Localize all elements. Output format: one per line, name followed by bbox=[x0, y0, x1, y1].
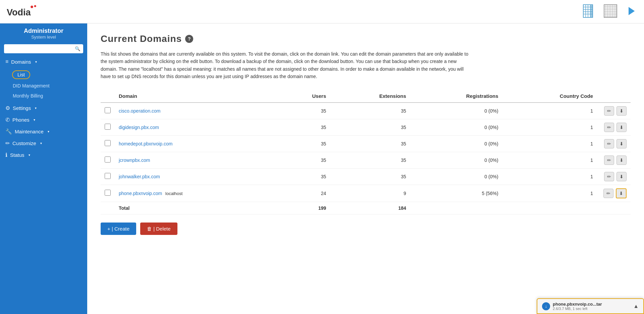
sidebar-item-customize[interactable]: ✏ Customize ▾ bbox=[0, 137, 87, 149]
total-users: 199 bbox=[280, 202, 330, 214]
table-row: phone.pbxnvoip.com localhost 24 9 5 (56%… bbox=[101, 185, 631, 202]
sidebar-item-domains[interactable]: ≡ Domains ▾ bbox=[0, 56, 87, 67]
table-row: cisco.operation.com 35 35 0 (0%) 1 ✏ ⬇ bbox=[101, 103, 631, 119]
row-checkbox-4[interactable] bbox=[105, 156, 111, 163]
sidebar-item-list[interactable]: List bbox=[12, 70, 30, 79]
bottom-actions: + | Create 🗑 | Delete bbox=[101, 223, 631, 235]
download-button-2[interactable]: ⬇ bbox=[616, 123, 627, 132]
country-code-2: 1 bbox=[502, 119, 597, 135]
sidebar-item-monthly-billing[interactable]: Monthly Billing bbox=[0, 91, 87, 101]
domain-link-5[interactable]: johnwalker.pbx.com bbox=[119, 174, 160, 179]
page-title: Current Domains bbox=[101, 34, 182, 44]
create-button[interactable]: + | Create bbox=[101, 223, 136, 235]
users-5: 35 bbox=[280, 168, 330, 185]
large-grid-view-button[interactable] bbox=[582, 4, 600, 19]
edit-button-1[interactable]: ✏ bbox=[604, 106, 614, 116]
extensions-6: 9 bbox=[330, 185, 410, 202]
help-icon[interactable]: ? bbox=[185, 35, 193, 43]
download-button-5[interactable]: ⬇ bbox=[616, 172, 627, 181]
users-3: 35 bbox=[280, 135, 330, 152]
users-4: 35 bbox=[280, 152, 330, 168]
download-filesize: 2.6/3.7 MB, 1 sec left bbox=[553, 307, 602, 311]
sidebar-item-status[interactable]: ℹ Status ▾ bbox=[0, 149, 87, 161]
logout-button[interactable] bbox=[624, 4, 637, 19]
download-bar-chevron-icon[interactable]: ▲ bbox=[633, 303, 639, 309]
download-bar: ↓ phone.pbxnvoip.co...tar 2.6/3.7 MB, 1 … bbox=[537, 298, 644, 314]
registrations-3: 0 (0%) bbox=[410, 135, 502, 152]
domains-table: Domain Users Extensions Registrations Co… bbox=[101, 90, 631, 214]
download-bar-info: phone.pbxnvoip.co...tar 2.6/3.7 MB, 1 se… bbox=[553, 302, 602, 311]
extensions-5: 35 bbox=[330, 168, 410, 185]
total-label: Total bbox=[115, 202, 280, 214]
col-actions bbox=[597, 90, 631, 103]
main-content: Current Domains ? This list shows the do… bbox=[87, 23, 644, 314]
total-extensions: 184 bbox=[330, 202, 410, 214]
row-checkbox-1[interactable] bbox=[105, 107, 111, 113]
extensions-1: 35 bbox=[330, 103, 410, 119]
edit-button-4[interactable]: ✏ bbox=[604, 155, 614, 165]
domain-link-2[interactable]: digidesign.pbx.com bbox=[119, 125, 159, 130]
registrations-6: 5 (56%) bbox=[410, 185, 502, 202]
phones-caret-icon: ▾ bbox=[34, 118, 35, 122]
row-checkbox-6[interactable] bbox=[105, 190, 111, 196]
domain-link-1[interactable]: cisco.operation.com bbox=[119, 108, 161, 114]
maintenance-caret-icon: ▾ bbox=[48, 130, 49, 133]
search-input[interactable] bbox=[4, 44, 72, 53]
row-checkbox-5[interactable] bbox=[105, 173, 111, 179]
country-code-3: 1 bbox=[502, 135, 597, 152]
sidebar: Administrator System level 🔍 ≡ Domains ▾… bbox=[0, 23, 87, 314]
small-grid-view-button[interactable] bbox=[603, 4, 621, 19]
download-button-6[interactable]: ⬇ bbox=[616, 188, 627, 198]
svg-rect-12 bbox=[604, 5, 617, 17]
domain-link-6[interactable]: phone.pbxnvoip.com bbox=[119, 191, 162, 196]
col-domain: Domain bbox=[115, 90, 280, 103]
edit-button-3[interactable]: ✏ bbox=[604, 139, 614, 148]
search-button[interactable]: 🔍 bbox=[72, 44, 83, 53]
download-button-3[interactable]: ⬇ bbox=[616, 139, 627, 148]
domains-caret-icon: ▾ bbox=[35, 60, 37, 64]
customize-caret-icon: ▾ bbox=[40, 141, 42, 145]
admin-title: Administrator bbox=[5, 27, 82, 35]
sidebar-item-status-label: Status bbox=[10, 152, 24, 158]
sidebar-item-did-management[interactable]: DID Management bbox=[0, 81, 87, 91]
svg-point-1 bbox=[34, 5, 36, 7]
settings-icon: ⚙ bbox=[5, 105, 10, 111]
edit-button-6[interactable]: ✏ bbox=[603, 189, 613, 198]
page-title-row: Current Domains ? bbox=[101, 34, 631, 44]
edit-button-2[interactable]: ✏ bbox=[604, 123, 614, 132]
col-registrations: Registrations bbox=[410, 90, 502, 103]
svg-marker-29 bbox=[629, 7, 635, 15]
registrations-5: 0 (0%) bbox=[410, 168, 502, 185]
users-2: 35 bbox=[280, 119, 330, 135]
row-checkbox-3[interactable] bbox=[105, 140, 111, 146]
sidebar-item-settings-label: Settings bbox=[13, 105, 31, 111]
settings-caret-icon: ▾ bbox=[35, 106, 37, 110]
delete-button[interactable]: 🗑 | Delete bbox=[140, 223, 177, 235]
download-button-4[interactable]: ⬇ bbox=[616, 155, 627, 165]
col-extensions: Extensions bbox=[330, 90, 410, 103]
sidebar-item-phones[interactable]: ✆ Phones ▾ bbox=[0, 114, 87, 126]
sidebar-item-maintenance-label: Maintenance bbox=[15, 129, 44, 134]
phone-icon: ✆ bbox=[5, 117, 10, 123]
download-filename: phone.pbxnvoip.co...tar bbox=[553, 302, 602, 307]
svg-text:Vodia: Vodia bbox=[7, 7, 31, 17]
sidebar-item-settings[interactable]: ⚙ Settings ▾ bbox=[0, 102, 87, 114]
edit-button-5[interactable]: ✏ bbox=[604, 172, 614, 181]
download-bar-left: ↓ phone.pbxnvoip.co...tar 2.6/3.7 MB, 1 … bbox=[542, 302, 602, 311]
domain-link-4[interactable]: jcrownpbx.com bbox=[119, 158, 150, 163]
country-code-1: 1 bbox=[502, 103, 597, 119]
extensions-3: 35 bbox=[330, 135, 410, 152]
sidebar-item-phones-label: Phones bbox=[12, 117, 30, 123]
wrench-icon: 🔧 bbox=[5, 128, 12, 135]
row-checkbox-2[interactable] bbox=[105, 124, 111, 130]
domain-link-3[interactable]: homedepot.pbxnvoip.com bbox=[119, 141, 172, 146]
toolbar-icons bbox=[582, 4, 637, 19]
table-row: digidesign.pbx.com 35 35 0 (0%) 1 ✏ ⬇ bbox=[101, 119, 631, 135]
logo: Vodia bbox=[7, 3, 47, 20]
registrations-2: 0 (0%) bbox=[410, 119, 502, 135]
download-button-1[interactable]: ⬇ bbox=[616, 106, 627, 116]
country-code-4: 1 bbox=[502, 152, 597, 168]
users-6: 24 bbox=[280, 185, 330, 202]
sidebar-item-maintenance[interactable]: 🔧 Maintenance ▾ bbox=[0, 126, 87, 137]
delete-button-label: 🗑 | Delete bbox=[147, 226, 171, 232]
